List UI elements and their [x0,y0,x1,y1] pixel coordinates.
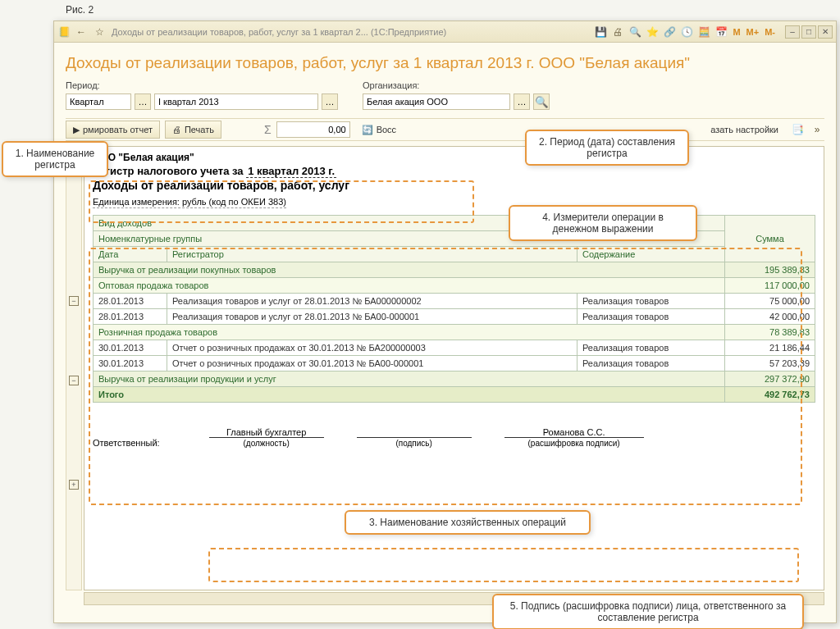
signature-row: Ответственный: Главный бухгалтер (должно… [93,427,815,448]
print-label: Печать [185,125,214,134]
cell-reg: Отчет о розничных продажах от 30.01.2013… [167,340,578,356]
cell-content: Реализация товаров [578,294,725,309]
save-icon[interactable]: 💾 [593,25,608,39]
mem-mminus[interactable]: M- [763,27,777,37]
report-table: Вид доходовСумма Номенклатурные группы Д… [93,215,815,403]
history-icon[interactable]: 🕓 [679,25,694,39]
form-report-label: рмировать отчет [83,125,153,134]
sign-name-value: Романова С.С. [543,427,605,437]
star-icon[interactable]: ⭐ [645,25,660,39]
toolbar: ▶ рмировать отчет 🖨 Печать Σ 🔄 Восс азат… [66,118,824,141]
period-label: Период: [66,80,338,90]
group2a-name[interactable]: Оптовая продажа товаров [94,278,725,294]
restore-icon: 🔄 [362,125,373,135]
expand-group-3[interactable]: + [69,480,79,490]
titlebar: 📒 ← ☆ Доходы от реализации товаров, рабо… [54,21,836,43]
group1b-sum: 297 372,90 [725,371,815,387]
calendar-icon[interactable]: 📅 [714,25,728,39]
printer-icon: 🖨 [172,125,181,134]
period-value-picker[interactable]: … [322,93,338,110]
cell-date: 28.01.2013 [94,294,167,309]
org-search-icon[interactable]: 🔍 [533,93,550,110]
cell-sum: 42 000,00 [725,309,815,325]
play-icon: ▶ [73,125,80,135]
maximize-button[interactable]: □ [801,25,816,39]
table-row[interactable]: 30.01.2013 Отчет о розничных продажах от… [94,340,815,356]
outline-bar: − − + [66,146,82,590]
group1a-name[interactable]: Выручка от реализации покупных товаров [94,262,725,278]
app-icon: 📒 [57,25,71,39]
show-settings-label: азать настройки [710,125,778,134]
cell-date: 30.01.2013 [94,356,167,371]
cell-date: 30.01.2013 [94,340,167,356]
calc-icon[interactable]: 🧮 [696,25,711,39]
cell-reg: Реализация товаров и услуг от 28.01.2013… [167,294,578,309]
cell-content: Реализация товаров [578,309,725,325]
print-button[interactable]: 🖨 Печать [165,121,221,139]
cell-date: 28.01.2013 [94,309,167,325]
hdr-date: Дата [94,247,167,262]
settings-extra-icon[interactable]: 📑 [790,122,805,137]
org-input[interactable] [363,93,510,110]
period-kind-input[interactable] [66,93,131,110]
register-prefix: Регистр налогового учета за [93,165,246,177]
table-row[interactable]: 28.01.2013 Реализация товаров и услуг от… [94,294,815,309]
sigma-icon: Σ [264,123,272,136]
print-icon[interactable]: 🖨 [610,25,625,39]
window-title: Доходы от реализации товаров, работ, усл… [112,27,446,37]
callout-4: 4. Измерители операции в денежном выраже… [509,205,697,241]
register-period: 1 квартал 2013 г. [246,165,336,178]
nav-back-icon[interactable]: ← [74,25,89,39]
sign-signature-label: (подпись) [357,437,472,448]
period-kind-picker[interactable]: … [135,93,151,110]
callout-3: 3. Наименование хозяйственных операций [345,510,591,535]
collapse-group-1[interactable]: − [69,296,79,306]
report-subtitle: Доходы от реализации товаров, работ, усл… [93,179,815,192]
mem-mplus[interactable]: M+ [745,27,761,37]
org-picker[interactable]: … [514,93,530,110]
hdr-content: Содержание [578,247,725,262]
restore-button[interactable]: 🔄 Восс [355,121,403,139]
sign-responsible-label: Ответственный: [93,438,160,448]
report-unit: Единица измерения: рубль (код по ОКЕИ 38… [93,197,286,208]
group1b-name[interactable]: Выручка от реализации продукции и услуг [94,371,725,387]
total-sum: 492 762,73 [725,387,815,403]
show-settings-button[interactable]: азать настройки [704,121,785,139]
sign-position-label: (должность) [209,437,324,448]
table-row[interactable]: 28.01.2013 Реализация товаров и услуг от… [94,309,815,325]
callout-2: 2. Период (дата) составления регистра [525,130,689,166]
titlebar-tools: 💾 🖨 🔍 ⭐ 🔗 🕓 🧮 📅 M M+ M- [593,25,777,39]
report-register-line: Регистр налогового учета за 1 квартал 20… [93,165,815,177]
cell-sum: 21 186,44 [725,340,815,356]
sum-display [276,121,350,138]
cell-content: Реализация товаров [578,340,725,356]
form-report-button[interactable]: ▶ рмировать отчет [66,121,160,139]
hdr-registrator: Регистратор [167,247,578,262]
collapse-group-2[interactable]: − [69,376,79,385]
callout-1: 1. Наименование регистра [2,141,108,177]
org-label: Организация: [363,80,550,90]
restore-label: Восс [377,125,396,134]
figure-label: Рис. 2 [66,4,94,16]
minimize-button[interactable]: – [785,25,800,39]
period-value-input[interactable] [154,93,318,110]
link-icon[interactable]: 🔗 [662,25,677,39]
table-row[interactable]: 30.01.2013 Отчет о розничных продажах от… [94,356,815,371]
group2b-sum: 78 389,83 [725,325,815,340]
favorite-star-icon[interactable]: ☆ [92,25,107,39]
group2b-name[interactable]: Розничная продажа товаров [94,325,725,340]
cell-reg: Реализация товаров и услуг от 28.01.2013… [167,309,578,325]
sign-position-value: Главный бухгалтер [226,427,306,437]
total-label: Итого [94,387,725,403]
hdr-sum: Сумма [725,216,815,262]
more-icon[interactable]: » [810,122,824,137]
cell-sum: 57 203,39 [725,356,815,371]
mem-m[interactable]: M [731,27,742,37]
group1a-sum: 195 389,83 [725,262,815,278]
document-title: Доходы от реализации товаров, работ, усл… [66,54,824,72]
report-org: ООО "Белая акация" [93,152,815,163]
close-button[interactable]: ✕ [818,25,833,39]
sign-name-label: (расшифровка подписи) [504,437,644,448]
cell-content: Реализация товаров [578,356,725,371]
preview-icon[interactable]: 🔍 [628,25,642,39]
